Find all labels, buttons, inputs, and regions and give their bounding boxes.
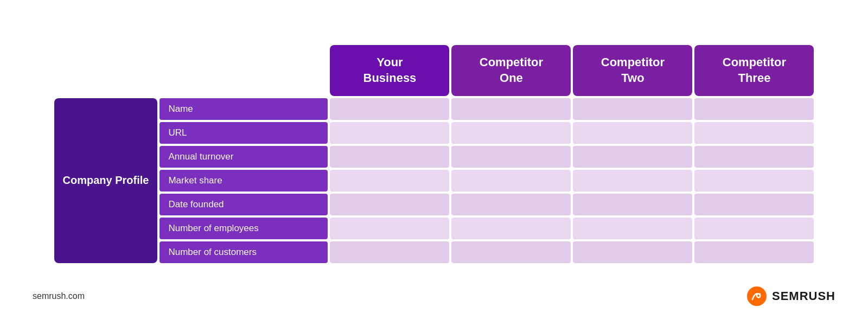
footer-url: semrush.com — [33, 291, 85, 301]
data-cell-market-share-competitor-three[interactable] — [694, 170, 814, 192]
data-cell-customers-your-business[interactable] — [330, 241, 449, 263]
data-cell-date-founded-competitor-one[interactable] — [451, 194, 571, 215]
col-header-competitor-one: CompetitorOne — [451, 45, 571, 95]
data-cell-name-competitor-three[interactable] — [694, 98, 814, 120]
data-cell-employees-your-business[interactable] — [330, 218, 449, 239]
row-label-customers: Number of customers — [159, 241, 328, 263]
data-cell-employees-competitor-two[interactable] — [573, 218, 692, 239]
section-header-company-profile: Company Profile — [54, 98, 158, 263]
row-label-employees: Number of employees — [159, 218, 328, 239]
table-row: Company Profile Name — [54, 98, 814, 120]
data-cell-date-founded-competitor-three[interactable] — [694, 194, 814, 215]
data-cell-employees-competitor-three[interactable] — [694, 218, 814, 239]
comparison-table-container: YourBusiness CompetitorOne CompetitorTwo… — [52, 43, 816, 265]
data-cell-employees-competitor-one[interactable] — [451, 218, 571, 239]
data-cell-url-competitor-one[interactable] — [451, 122, 571, 144]
col-header-competitor-two: CompetitorTwo — [573, 45, 692, 95]
data-cell-name-your-business[interactable] — [330, 98, 449, 120]
data-cell-turnover-your-business[interactable] — [330, 146, 449, 168]
data-cell-date-founded-your-business[interactable] — [330, 194, 449, 215]
col-header-your-business: YourBusiness — [330, 45, 449, 95]
data-cell-customers-competitor-three[interactable] — [694, 241, 814, 263]
data-cell-url-competitor-two[interactable] — [573, 122, 692, 144]
data-cell-turnover-competitor-two[interactable] — [573, 146, 692, 168]
table-row: Number of employees — [54, 218, 814, 239]
comparison-table: YourBusiness CompetitorOne CompetitorTwo… — [52, 43, 816, 265]
data-cell-turnover-competitor-three[interactable] — [694, 146, 814, 168]
semrush-icon — [747, 286, 767, 306]
table-row: Number of customers — [54, 241, 814, 263]
semrush-brand: SEMRUSH — [747, 286, 835, 306]
semrush-brand-text: SEMRUSH — [772, 289, 835, 303]
table-row: Market share — [54, 170, 814, 192]
data-cell-customers-competitor-one[interactable] — [451, 241, 571, 263]
data-cell-name-competitor-one[interactable] — [451, 98, 571, 120]
col-header-competitor-three: CompetitorThree — [694, 45, 814, 95]
page-wrapper: YourBusiness CompetitorOne CompetitorTwo… — [0, 0, 868, 319]
table-row: Date founded — [54, 194, 814, 215]
table-row: URL — [54, 122, 814, 144]
row-label-name: Name — [159, 98, 328, 120]
empty-header — [54, 45, 328, 95]
table-row: Annual turnover — [54, 146, 814, 168]
data-cell-market-share-competitor-one[interactable] — [451, 170, 571, 192]
data-cell-date-founded-competitor-two[interactable] — [573, 194, 692, 215]
row-label-url: URL — [159, 122, 328, 144]
data-cell-name-competitor-two[interactable] — [573, 98, 692, 120]
data-cell-customers-competitor-two[interactable] — [573, 241, 692, 263]
footer: semrush.com SEMRUSH — [33, 286, 835, 306]
data-cell-url-competitor-three[interactable] — [694, 122, 814, 144]
row-label-date-founded: Date founded — [159, 194, 328, 215]
row-label-market-share: Market share — [159, 170, 328, 192]
row-label-annual-turnover: Annual turnover — [159, 146, 328, 168]
data-cell-turnover-competitor-one[interactable] — [451, 146, 571, 168]
data-cell-url-your-business[interactable] — [330, 122, 449, 144]
data-cell-market-share-your-business[interactable] — [330, 170, 449, 192]
data-cell-market-share-competitor-two[interactable] — [573, 170, 692, 192]
